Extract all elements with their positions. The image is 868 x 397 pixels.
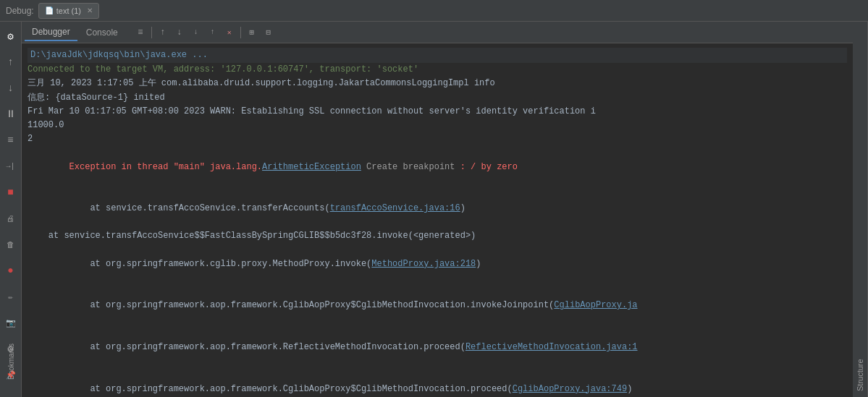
camera-icon[interactable]: 📷 — [1, 312, 21, 333]
toolbar-icons: ≡ ↑ ↓ ↓ ↑ ✕ ⊞ ⊟ — [132, 25, 277, 40]
tab-debugger[interactable]: Debugger — [25, 24, 77, 41]
toolbar-up-btn[interactable]: ↑ — [155, 25, 171, 40]
settings-icon[interactable]: ⚙ — [1, 26, 21, 46]
log-line-2: 2 — [28, 132, 847, 146]
toolbar-sep-2 — [240, 27, 241, 38]
toolbar-table-btn[interactable]: ⊞ — [244, 25, 260, 40]
log-stack-2: at senvice.transfAccoSenvice$$FastClassB… — [28, 229, 847, 243]
log-stack-5: at org.springframework.aop.framework.Ref… — [28, 327, 847, 369]
toolbar-align-btn[interactable]: ⊟ — [261, 25, 277, 40]
structure-panel[interactable]: Structure — [853, 22, 868, 397]
toolbar-step-down-btn[interactable]: ↓ — [188, 25, 204, 40]
list-icon[interactable]: ≡ — [1, 130, 21, 150]
breakpoint-hint: Create breakpoint — [361, 162, 460, 172]
stack-link-5[interactable]: ReflectiveMethodInvocation.java:1 — [465, 342, 638, 352]
exception-prefix: Exception in thread "main" java.lang. — [69, 162, 262, 172]
tab-close-button[interactable]: ✕ — [87, 7, 93, 14]
edit-icon[interactable]: ✏ — [1, 286, 21, 307]
stack-link-6[interactable]: CglibAopProxy.java:749 — [513, 384, 627, 394]
bookmarks-container: Bookmarks — [0, 343, 22, 380]
print-icon[interactable]: 🖨 — [1, 208, 21, 229]
debug-tab[interactable]: 📄 text (1) ✕ — [38, 3, 99, 19]
stack-link-4[interactable]: CglibAopProxy.ja — [554, 300, 637, 310]
up-icon[interactable]: ↑ — [1, 52, 21, 72]
pause-icon[interactable]: ⏸ — [1, 104, 21, 124]
log-line-ssl-warn: Fri Mar 10 01:17:05 GMT+08:00 2023 WARN:… — [28, 105, 847, 119]
log-line-11000: 11000.0 — [28, 119, 847, 132]
log-line-exception: Exception in thread "main" java.lang.Ari… — [28, 146, 847, 188]
log-stack-4: at org.springframework.aop.framework.Cgl… — [28, 285, 847, 327]
log-stack-6: at org.springframework.aop.framework.Cgl… — [28, 368, 847, 397]
down-icon[interactable]: ↓ — [1, 78, 21, 98]
log-stack-1: at senvice.transfAccoSenvice.transferAcc… — [28, 188, 847, 230]
stack-link-3[interactable]: MethodProxy.java:218 — [371, 259, 476, 269]
toolbar-step-up-btn[interactable]: ↑ — [205, 25, 221, 40]
tabs-row: Debugger Console ≡ ↑ ↓ ↓ ↑ ✕ ⊞ ⊟ — [22, 22, 853, 43]
main-wrapper: ⚙ ↑ ↓ ⏸ ≡ →| ■ 🖨 🗑 ● ✏ 📷 ⚙ 📌 Bookmarks D… — [0, 22, 868, 397]
file-icon: 📄 — [45, 7, 54, 14]
exception-suffix: : / by zero — [460, 162, 518, 172]
tab-text: text (1) — [56, 7, 81, 15]
exception-link[interactable]: ArithmeticException — [262, 162, 361, 172]
stack-suffix-3: ) — [476, 259, 481, 269]
stack-suffix-1: ) — [460, 203, 465, 213]
toolbar-down-btn[interactable]: ↓ — [172, 25, 187, 40]
stop-icon[interactable]: ■ — [1, 182, 21, 202]
toolbar-sep-1 — [151, 27, 152, 38]
toolbar-x-btn[interactable]: ✕ — [222, 25, 237, 40]
log-line-cmd: D:\javaJdk\jdkqsq\bin\java.exe ... — [28, 48, 847, 63]
stack-prefix-6: at org.springframework.aop.framework.Cgl… — [69, 384, 513, 394]
log-line-datasource: 信息: {dataSource-1} inited — [28, 91, 847, 105]
console-output[interactable]: D:\javaJdk\jdkqsq\bin\java.exe ... Conne… — [22, 43, 853, 397]
stack-link-1[interactable]: transfAccoSenvice.java:16 — [330, 203, 460, 213]
log-line-connected: Connected to the target VM, address: '12… — [28, 63, 847, 77]
circle-red-icon[interactable]: ● — [1, 260, 21, 281]
bookmarks-label[interactable]: Bookmarks — [7, 343, 15, 380]
content-area: Debugger Console ≡ ↑ ↓ ↓ ↑ ✕ ⊞ ⊟ D:\java… — [22, 22, 853, 397]
stack-prefix-1: at senvice.transfAccoSenvice.transferAcc… — [69, 203, 330, 213]
debug-top-bar: Debug: 📄 text (1) ✕ — [0, 0, 868, 22]
log-stack-3: at org.springframework.cglib.proxy.Metho… — [28, 244, 847, 286]
debug-label: Debug: — [6, 6, 34, 16]
stack-suffix-6: ) — [627, 384, 632, 394]
stack-prefix-4: at org.springframework.aop.framework.Cgl… — [69, 300, 555, 310]
delete-icon[interactable]: 🗑 — [1, 234, 21, 255]
toolbar-menu-btn[interactable]: ≡ — [132, 25, 148, 40]
step-icon[interactable]: →| — [1, 156, 21, 176]
left-icon-sidebar: ⚙ ↑ ↓ ⏸ ≡ →| ■ 🖨 🗑 ● ✏ 📷 ⚙ 📌 Bookmarks — [0, 22, 22, 397]
stack-prefix-3: at org.springframework.cglib.proxy.Metho… — [69, 259, 372, 269]
stack-prefix-5: at org.springframework.aop.framework.Ref… — [69, 342, 465, 352]
tab-console[interactable]: Console — [79, 25, 125, 40]
log-line-druid-info: 三月 10, 2023 1:17:05 上午 com.alibaba.druid… — [28, 77, 847, 90]
